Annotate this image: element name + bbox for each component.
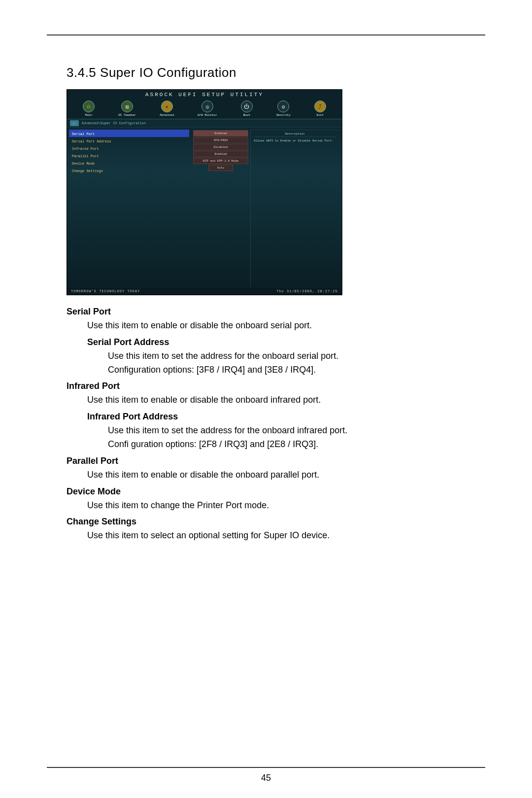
nav-item-advanced[interactable]: ✦Advanced <box>160 101 174 117</box>
description-block: Serial PortUse this item to enable or di… <box>66 305 466 543</box>
bios-footer: TOMORROW'S TECHNOLOGY TODAY Thu 31/05/20… <box>67 288 342 295</box>
item-body: Use this item to select an optional sett… <box>87 529 466 543</box>
item-heading: Change Settings <box>66 515 466 529</box>
description-header: Description <box>254 132 336 137</box>
nav-item-oc-tweaker[interactable]: ▥OC Tweaker <box>118 101 136 117</box>
nav-label: Main <box>83 113 95 117</box>
setting-value[interactable]: ECP and EPP-1.9 Mode <box>193 158 248 164</box>
setting-value[interactable]: Enabled <box>193 151 248 157</box>
bios-nav: ⌂Main▥OC Tweaker✦Advanced◎H/W Monitor⏻Bo… <box>67 100 342 119</box>
advanced-icon: ✦ <box>161 101 173 112</box>
page-inner: 3.4.5 Super IO Configuration ASROCK UEFI… <box>47 35 485 543</box>
subitem-body: Use this item to set the address for the… <box>108 424 466 438</box>
breadcrumb: Advanced\Super IO Configuration <box>82 121 146 125</box>
description-panel: Description Allows UEFI to Enable or Dis… <box>250 130 339 292</box>
nav-item-security[interactable]: ✪Security <box>276 101 291 117</box>
item-body: Use this item to change the Printer Port… <box>87 499 466 513</box>
nav-item-boot[interactable]: ⏻Boot <box>241 101 253 117</box>
setting-label: Parallel Port <box>72 154 99 158</box>
boot-icon: ⏻ <box>241 101 253 112</box>
subitem-heading: Infrared Port Address <box>87 410 466 424</box>
back-arrow-icon[interactable]: ← <box>70 120 79 126</box>
settings-list: Serial PortSerial Port AddressInfrared P… <box>67 128 191 295</box>
setting-row[interactable]: Infrared Port <box>69 144 189 152</box>
breadcrumb-bar: ← Advanced\Super IO Configuration <box>67 119 342 128</box>
item-heading: Infrared Port <box>66 380 466 393</box>
page-number: 45 <box>47 767 485 783</box>
main-icon: ⌂ <box>83 101 95 112</box>
setting-value[interactable]: Enabled <box>193 130 248 137</box>
subitem-body: Configuration options: [3F8 / IRQ4] and … <box>108 363 466 377</box>
item-heading: Device Mode <box>66 485 466 499</box>
values-list: Enabled3F8/IRQ4DisabledEnabledECP and EP… <box>191 128 250 295</box>
nav-label: Advanced <box>160 113 174 117</box>
exit-icon: ⤴ <box>314 101 326 112</box>
nav-item-h-w-monitor[interactable]: ◎H/W Monitor <box>198 101 217 117</box>
setting-row[interactable]: Serial Port <box>69 130 189 137</box>
nav-item-main[interactable]: ⌂Main <box>83 101 95 117</box>
setting-row[interactable]: Device Mode <box>69 159 189 167</box>
setting-value[interactable]: Auto <box>208 165 233 171</box>
setting-value[interactable]: Disabled <box>193 144 248 150</box>
nav-label: Boot <box>241 113 253 117</box>
nav-label: Security <box>276 113 291 117</box>
footer-tagline: TOMORROW'S TECHNOLOGY TODAY <box>71 289 140 293</box>
page: 3.4.5 Super IO Configuration ASROCK UEFI… <box>47 35 485 759</box>
subitem-body: Use this item to set the address for the… <box>108 349 466 363</box>
item-heading: Serial Port <box>66 305 466 319</box>
description-text: Allows UEFI to Enable or Disable Serial … <box>254 139 336 143</box>
setting-label: Change Settings <box>72 169 103 173</box>
setting-row[interactable]: Change Settings <box>69 167 189 174</box>
subitem-heading: Serial Port Address <box>87 336 466 349</box>
security-icon: ✪ <box>277 101 289 112</box>
nav-label: Exit <box>314 113 326 117</box>
setting-value[interactable]: 3F8/IRQ4 <box>193 137 248 143</box>
item-body: Use this item to enable or disable the o… <box>87 319 466 333</box>
nav-label: OC Tweaker <box>118 113 136 117</box>
oc-tweaker-icon: ▥ <box>121 101 133 112</box>
footer-timestamp: Thu 31/05/2008, 20:27:25 <box>276 289 338 293</box>
item-heading: Parallel Port <box>66 454 466 468</box>
setting-label: Infrared Port <box>72 147 99 151</box>
h-w-monitor-icon: ◎ <box>201 101 213 112</box>
nav-label: H/W Monitor <box>198 113 217 117</box>
setting-row[interactable]: Serial Port Address <box>69 137 189 144</box>
setting-label: Serial Port Address <box>72 139 111 143</box>
subitem-body: Confi guration options: [2F8 / IRQ3] and… <box>108 438 466 451</box>
section-title: 3.4.5 Super IO Configuration <box>66 65 466 80</box>
setting-row[interactable]: Parallel Port <box>69 152 189 159</box>
nav-item-exit[interactable]: ⤴Exit <box>314 101 326 117</box>
bios-screenshot: ASROCK UEFI SETUP UTILITY ⌂Main▥OC Tweak… <box>66 89 342 295</box>
bios-body: Serial PortSerial Port AddressInfrared P… <box>67 128 342 295</box>
setting-label: Serial Port <box>72 132 95 136</box>
bios-title: ASROCK UEFI SETUP UTILITY <box>67 90 342 100</box>
item-body: Use this item to enable or disable the o… <box>87 468 466 482</box>
item-body: Use this item to enable or disable the o… <box>87 393 466 407</box>
setting-label: Device Mode <box>72 162 95 166</box>
